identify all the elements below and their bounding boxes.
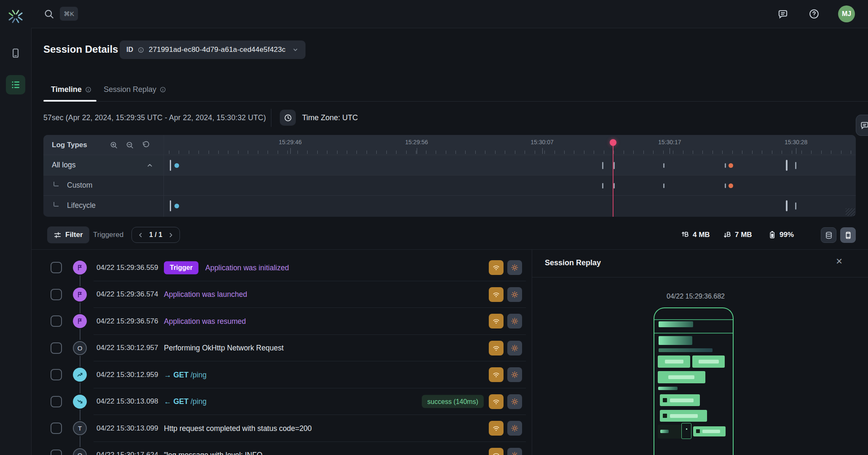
log-event-marker[interactable] (725, 163, 726, 168)
log-row[interactable]: O04/22 15:30:12.957Performing OkHttp Net… (31, 335, 532, 362)
session-id-selector[interactable]: ID 271991ad-ec80-4d79-a61a-ced44e5f423c (120, 40, 305, 59)
log-event-dot[interactable] (729, 163, 733, 168)
log-content[interactable]: TriggerApplication was initialized (164, 261, 289, 274)
log-details-button[interactable] (507, 314, 522, 328)
chevron-up-icon[interactable] (146, 162, 153, 169)
timeline-track-lifecycle[interactable] (164, 195, 856, 215)
log-content[interactable]: Http request completed with status code=… (164, 424, 312, 433)
tab-timeline[interactable]: Timeline (51, 85, 91, 94)
log-content[interactable]: → GET /ping (164, 370, 206, 379)
chevron-left-icon[interactable] (137, 232, 144, 238)
log-event-dot[interactable] (729, 183, 733, 188)
row-checkbox[interactable] (51, 262, 62, 273)
feedback-side-button[interactable] (856, 115, 868, 136)
row-checkbox[interactable] (51, 423, 62, 434)
log-type-row-all-logs[interactable]: All logs (43, 155, 163, 175)
network-details-button[interactable] (489, 341, 504, 355)
search-icon[interactable] (44, 9, 54, 19)
feedback-icon[interactable] (777, 8, 788, 19)
zoom-in-icon[interactable] (110, 141, 118, 149)
log-event-dot[interactable] (174, 204, 179, 208)
device-toggle-button[interactable] (840, 227, 856, 243)
log-message[interactable]: Application was launched (164, 290, 247, 299)
zoom-out-icon[interactable] (126, 141, 134, 149)
close-icon[interactable]: × (836, 256, 842, 267)
log-event-marker[interactable] (602, 162, 603, 169)
log-event-marker[interactable] (725, 183, 726, 188)
chevron-right-icon[interactable] (168, 232, 174, 238)
row-checkbox[interactable] (51, 450, 62, 455)
sun-icon (511, 317, 519, 325)
network-details-button[interactable] (489, 367, 504, 382)
log-message[interactable]: Application was resumed (164, 317, 246, 326)
log-details-button[interactable] (507, 287, 522, 302)
log-content[interactable]: "log message with level: INFO (164, 451, 263, 455)
log-event-dot[interactable] (174, 163, 179, 168)
log-message[interactable]: ← GET /ping (164, 397, 206, 406)
timezone-button[interactable] (280, 110, 296, 126)
filter-button[interactable]: Filter (47, 226, 89, 243)
reset-zoom-icon[interactable] (142, 141, 150, 149)
log-message[interactable]: "log message with level: INFO (164, 451, 263, 455)
playhead-line[interactable] (613, 143, 613, 217)
log-event-marker[interactable] (663, 183, 664, 188)
network-details-button[interactable] (489, 314, 504, 328)
timeline-chart[interactable]: 15:29:4615:29:5615:30:0715:30:1715:30:28 (164, 135, 856, 217)
log-message[interactable]: → GET /ping (164, 370, 206, 379)
network-details-button[interactable] (489, 260, 504, 275)
log-event-marker[interactable] (786, 160, 788, 171)
row-checkbox[interactable] (51, 342, 62, 354)
log-event-marker[interactable] (786, 200, 788, 211)
network-details-button[interactable] (489, 394, 504, 409)
timeline-track-custom[interactable] (164, 175, 856, 195)
log-event-marker[interactable] (170, 200, 171, 211)
log-details-button[interactable] (507, 341, 522, 355)
log-row[interactable]: 04/22 15:29:36.576Application was resume… (31, 308, 532, 335)
session-replay-phone-preview[interactable] (654, 307, 734, 455)
log-details-button[interactable] (507, 394, 522, 409)
log-event-marker[interactable] (602, 183, 603, 188)
log-row[interactable]: O04/22 15:30:17.624"log message with lev… (31, 442, 532, 455)
log-row[interactable]: 04/22 15:30:13.098← GET /pingsuccess (14… (31, 388, 532, 415)
storage-toggle-button[interactable] (821, 227, 836, 243)
log-type-row-lifecycle[interactable]: Lifecycle (43, 195, 163, 215)
user-avatar[interactable]: MJ (838, 5, 855, 22)
log-details-button[interactable] (507, 367, 522, 382)
tab-session-replay[interactable]: Session Replay (104, 85, 166, 94)
network-details-button[interactable] (489, 421, 504, 436)
sidebar-item-logs[interactable] (6, 75, 25, 94)
resize-grip[interactable] (846, 208, 855, 216)
log-event-marker[interactable] (663, 163, 664, 168)
axis-minor-tick (535, 151, 535, 154)
log-message[interactable]: Application was initialized (205, 263, 289, 272)
log-content[interactable]: Application was resumed (164, 317, 246, 326)
log-row[interactable]: 04/22 15:29:36.574Application was launch… (31, 281, 532, 308)
log-row[interactable]: T04/22 15:30:13.099Http request complete… (31, 415, 532, 442)
log-message[interactable]: Performing OkHttp Network Request (164, 344, 284, 353)
log-details-button[interactable] (507, 260, 522, 275)
log-content[interactable]: Application was launched (164, 290, 247, 299)
row-checkbox[interactable] (51, 315, 62, 327)
row-checkbox[interactable] (51, 289, 62, 300)
log-row[interactable]: 04/22 15:30:12.959→ GET /ping (31, 361, 532, 388)
embrace-logo[interactable] (7, 8, 24, 25)
log-type-row-custom[interactable]: Custom (43, 175, 163, 195)
row-checkbox[interactable] (51, 369, 62, 380)
log-content[interactable]: ← GET /ping (164, 397, 206, 406)
log-details-button[interactable] (507, 448, 522, 455)
row-checkbox[interactable] (51, 396, 62, 407)
network-details-button[interactable] (489, 287, 504, 302)
sidebar-item-sessions[interactable] (6, 43, 25, 63)
timeline-track-all-logs[interactable] (164, 155, 856, 175)
log-row[interactable]: 04/22 15:29:36.559TriggerApplication was… (31, 254, 532, 281)
help-icon[interactable] (809, 8, 820, 19)
network-details-button[interactable] (489, 448, 504, 455)
log-details-button[interactable] (507, 421, 522, 436)
search-shortcut-badge[interactable]: ⌘K (60, 7, 78, 21)
log-event-marker[interactable] (795, 202, 796, 210)
log-event-marker[interactable] (795, 162, 796, 169)
axis-minor-tick (446, 151, 446, 154)
log-message[interactable]: Http request completed with status code=… (164, 424, 312, 433)
log-event-marker[interactable] (170, 160, 171, 171)
log-content[interactable]: Performing OkHttp Network Request (164, 344, 284, 353)
